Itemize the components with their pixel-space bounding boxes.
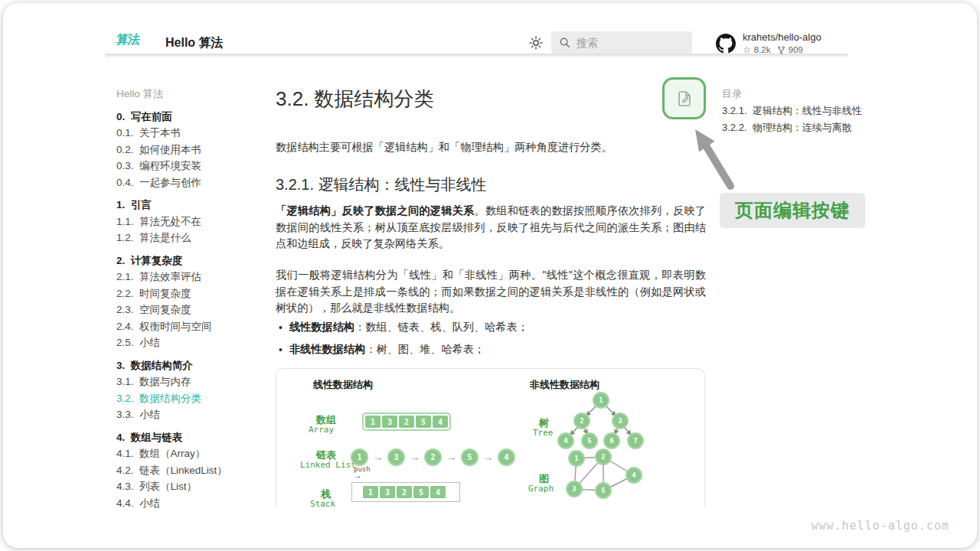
tree-diagram: 1 2 3 4 5 6 7 [555,390,647,452]
nav-group-4: 4. 数组与链表 4.1. 数组（Array） 4.2. 链表（LinkedLi… [116,429,270,512]
sidebar-item-array-summary[interactable]: 4.4. 小结 [116,495,270,512]
stack-diagram: 1 3 2 5 4 [351,482,460,502]
stack-cell: 1 [363,486,378,498]
sidebar-item-env-install[interactable]: 0.3. 编程环境安装 [116,158,270,175]
array-diagram: 1 3 2 5 4 [362,412,451,431]
sidebar-item-ds-intro[interactable]: 3. 数据结构简介 [116,357,270,374]
sidebar-item-array-list[interactable]: 4. 数组与链表 [116,429,270,446]
array-cell: 1 [365,416,381,428]
logic-structure-bold: 「逻辑结构」反映了数据之间的逻辑关系 [276,204,475,217]
graph-node: 2 [601,453,605,461]
stack-cell: 2 [397,486,412,498]
site-logo[interactable]: 算法 [116,32,141,48]
list-node: 4 [498,448,515,466]
toc-title: 目录 [722,86,862,103]
sidebar-item-ds-summary[interactable]: 3.3. 小结 [116,407,270,424]
bullet-bold: 非线性数据结构 [289,343,365,355]
nav-group-2: 2. 计算复杂度 2.1. 算法效率评估 2.2. 时间复杂度 2.3. 空间复… [116,253,270,351]
bullet-bold: 线性数据结构 [289,321,354,333]
array-cell: 5 [416,416,431,428]
list-label-en: Linked List [300,460,356,470]
array-cell: 4 [433,416,448,428]
stack-cell: 5 [413,486,429,498]
annotation-label: 页面编辑按键 [720,193,865,228]
repo-name: krahets/hello-algo [743,31,822,43]
sidebar-site-title: Hello 算法 [116,86,270,103]
stack-cell: 4 [430,486,446,498]
list-node: 3 [387,448,405,466]
nav-group-0: 0. 写在前面 0.1. 关于本书 0.2. 如何使用本书 0.3. 编程环境安… [116,109,270,191]
sidebar-item-data-memory[interactable]: 3.1. 数据与内存 [116,374,270,391]
arrow-icon: → [483,452,493,463]
sidebar-item-preface[interactable]: 0. 写在前面 [116,109,270,126]
linked-list-diagram: 1 → 3 → 2 → 5 → 4 [351,448,515,466]
search-input[interactable] [577,37,676,49]
tree-node: 6 [609,437,613,445]
site-title[interactable]: Hello 算法 [165,35,224,51]
graph-node: 4 [632,471,636,479]
bullet-list: • 线性数据结构：数组、链表、栈、队列、哈希表； • 非线性数据结构：树、图、堆… [279,320,704,364]
toc-item-logic[interactable]: 3.2.1. 逻辑结构：线性与非线性 [722,103,862,119]
linear-nonlinear-paragraph: 我们一般将逻辑结构分为「线性」和「非线性」两种。"线性"这个概念很直观，即表明数… [276,267,706,317]
bullet-dot: • [279,342,283,357]
edit-button-highlight [662,77,706,119]
tree-node: 7 [633,437,637,445]
search-bar[interactable] [551,31,692,54]
sidebar-item-tradeoff[interactable]: 2.4. 权衡时间与空间 [116,318,270,335]
github-repo-link[interactable]: krahets/hello-algo ☆ 8.2k 909 [716,31,822,55]
list-item: • 非线性数据结构：树、图、堆、哈希表； [279,342,704,357]
header-divider [105,54,848,58]
search-icon [559,37,570,48]
sidebar-item-complexity[interactable]: 2. 计算复杂度 [116,253,270,269]
list-node: 1 [351,448,368,466]
tree-node: 4 [564,437,568,445]
sidebar-item-contribute[interactable]: 0.4. 一起参与创作 [116,174,270,191]
page-title: 3.2. 数据结构分类 [276,86,434,112]
sidebar-item-intro[interactable]: 1. 引言 [116,197,270,214]
sidebar-item-complexity-summary[interactable]: 2.5. 小结 [116,335,270,352]
arrow-icon: → [373,452,383,463]
bullet-rest: ：数组、链表、栈、队列、哈希表； [354,321,528,333]
sidebar-item-list[interactable]: 4.3. 列表（List） [116,479,270,496]
push-arrow-icon: → [354,471,362,480]
github-icon [716,34,736,54]
list-node: 5 [461,448,479,466]
bullet-rest: ：树、图、堆、哈希表； [365,343,485,355]
tree-label-en: Tree [533,428,554,438]
sidebar-item-efficiency[interactable]: 2.1. 算法效率评估 [116,269,270,286]
sun-icon [528,35,544,51]
sidebar-item-ds-classification[interactable]: 3.2. 数据结构分类 [116,390,270,407]
graph-node: 5 [601,487,605,494]
edit-icon [675,90,694,108]
browser-page: 算法 Hello 算法 krahets/hello-algo ☆ [3,3,977,548]
sidebar-item-array[interactable]: 4.1. 数组（Array） [116,446,270,463]
graph-diagram: 1 2 3 4 5 [557,448,645,504]
graph-node: 1 [574,455,578,462]
graph-node: 3 [572,485,576,493]
graph-label-en: Graph [528,484,554,494]
tree-node: 1 [599,396,603,404]
tree-node: 5 [587,437,591,445]
logic-structure-paragraph: 「逻辑结构」反映了数据之间的逻辑关系。数组和链表的数据按照顺序依次排列，反映了数… [276,203,706,253]
section-title: 3.2.1. 逻辑结构：线性与非线性 [276,174,487,195]
array-label-en: Array [309,425,334,435]
stack-label-en: Stack [310,499,335,507]
sidebar-item-time-complexity[interactable]: 2.2. 时间复杂度 [116,285,270,302]
arrow-icon: → [446,452,456,463]
sidebar-item-about-book[interactable]: 0.1. 关于本书 [116,126,270,142]
sidebar-item-space-complexity[interactable]: 2.3. 空间复杂度 [116,302,270,319]
sidebar-nav: Hello 算法 0. 写在前面 0.1. 关于本书 0.2. 如何使用本书 0… [116,86,270,512]
sidebar-item-algos-everywhere[interactable]: 1.1. 算法无处不在 [116,214,270,230]
sidebar-item-linkedlist[interactable]: 4.2. 链表（LinkedList） [116,462,270,479]
sidebar-item-how-to-use[interactable]: 0.2. 如何使用本书 [116,142,270,158]
sidebar-item-what-is-algo[interactable]: 1.2. 算法是什么 [116,230,270,247]
list-node: 2 [424,448,442,466]
stack-cell: 3 [380,486,395,498]
edit-page-button[interactable] [675,90,694,108]
theme-toggle-button[interactable] [528,35,544,51]
annotation-arrow [683,126,744,191]
nav-group-1: 1. 引言 1.1. 算法无处不在 1.2. 算法是什么 [116,197,270,247]
data-structures-figure: 线性数据结构 非线性数据结构 数组 Array 1 3 2 5 4 链表 Lin… [276,368,705,507]
tree-node: 3 [618,417,622,425]
watermark: www.hello-algo.com [811,519,949,533]
